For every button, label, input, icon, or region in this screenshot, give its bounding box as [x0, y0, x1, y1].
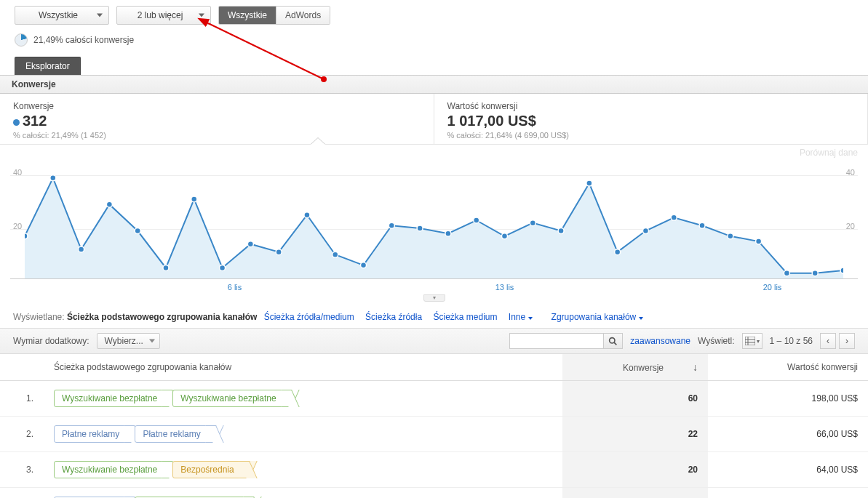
- svg-point-29: [784, 270, 789, 276]
- svg-point-17: [445, 230, 451, 236]
- x-tick: 13 lis: [495, 283, 514, 292]
- svg-point-6: [135, 228, 140, 234]
- chart-svg: [25, 162, 843, 278]
- channel-chip: Wyszukiwanie bezpłatne: [172, 390, 287, 407]
- svg-point-5: [106, 201, 112, 207]
- svg-point-32: [610, 337, 615, 342]
- search-button[interactable]: [604, 333, 623, 349]
- svg-point-25: [671, 214, 677, 220]
- table-row[interactable]: 1.Wyszukiwanie bezpłatneWyszukiwanie bez…: [0, 381, 868, 417]
- metric-title: Konwersje: [13, 101, 421, 111]
- metric-value: 1 017,00 US$: [447, 113, 855, 129]
- svg-point-18: [474, 217, 479, 223]
- metric-conversions[interactable]: Konwersje 312 % całości: 21,49% (1 452): [0, 94, 434, 144]
- svg-point-14: [361, 262, 367, 268]
- svg-point-20: [530, 220, 535, 226]
- svg-point-9: [220, 265, 226, 270]
- metric-title: Wartość konwersji: [447, 101, 855, 111]
- channel-chip: Płatne reklamy: [54, 425, 130, 443]
- row-value: 47,00 US$: [708, 488, 868, 499]
- svg-point-16: [417, 225, 423, 231]
- timeline-chart[interactable]: Porównaj dane 40 40 20 20 6 lis 13 lis 2…: [10, 148, 858, 293]
- svg-point-11: [276, 249, 282, 255]
- segment-adwords-button[interactable]: AdWords: [276, 7, 330, 24]
- metric-tab-conversions[interactable]: Konwersje: [0, 76, 868, 94]
- metric-value: 312: [23, 113, 47, 129]
- dimension-other-dropdown[interactable]: Inne: [509, 312, 533, 322]
- view-table-button[interactable]: ▾: [742, 333, 763, 349]
- percent-of-total-label: 21,49% całości konwersje: [33, 35, 134, 45]
- svg-point-12: [304, 212, 310, 218]
- svg-rect-34: [745, 337, 755, 345]
- channel-chip: Wyszukiwanie bezpłatne: [54, 461, 168, 478]
- next-page-button[interactable]: ›: [839, 333, 855, 349]
- dimension-link[interactable]: Ścieżka źródła: [365, 312, 422, 322]
- advanced-filter-link[interactable]: zaawansowane: [630, 336, 690, 346]
- svg-point-3: [50, 175, 56, 181]
- row-conversions: 20: [562, 452, 708, 488]
- row-index: 4.: [0, 488, 44, 499]
- svg-point-26: [699, 222, 705, 228]
- row-index: 2.: [0, 417, 44, 452]
- segment-toggle: Wszystkie AdWords: [218, 6, 330, 25]
- svg-point-10: [247, 241, 253, 247]
- dimension-link[interactable]: Ścieżka źródła/medium: [264, 312, 354, 322]
- table-row[interactable]: 4.Płatne reklamyWyszukiwanie bezpłatne15…: [0, 488, 868, 499]
- row-index: 3.: [0, 452, 44, 488]
- row-index: 1.: [0, 381, 44, 417]
- table-row[interactable]: 3.Wyszukiwanie bezpłatneBezpośrednia2064…: [0, 452, 868, 488]
- tab-explorer[interactable]: Eksplorator: [15, 57, 81, 75]
- row-path: Płatne reklamyWyszukiwanie bezpłatne: [44, 488, 562, 499]
- svg-point-30: [812, 270, 818, 276]
- chart-expand-handle[interactable]: ▾: [423, 294, 445, 302]
- channel-chip: Wyszukiwanie bezpłatne: [54, 390, 168, 407]
- prev-page-button[interactable]: ‹: [820, 333, 836, 349]
- secondary-dimension-dropdown[interactable]: Wybierz...: [97, 333, 160, 349]
- row-path: Wyszukiwanie bezpłatneBezpośrednia: [44, 452, 562, 488]
- row-conversions: 22: [562, 417, 708, 452]
- svg-point-15: [389, 222, 394, 228]
- path-length-dropdown[interactable]: 2 lub więcej: [116, 6, 211, 25]
- svg-point-13: [333, 252, 338, 257]
- row-value: 198,00 US$: [708, 381, 868, 417]
- search-icon: [608, 337, 618, 346]
- row-value: 66,00 US$: [708, 417, 868, 452]
- x-tick: 20 lis: [763, 283, 782, 292]
- svg-point-7: [163, 265, 169, 270]
- sort-desc-icon: ↓: [693, 361, 698, 373]
- metric-subtext: % całości: 21,49% (1 452): [13, 131, 421, 140]
- x-tick: 6 lis: [228, 283, 242, 292]
- channel-chip: Płatne reklamy: [135, 425, 211, 443]
- svg-point-8: [191, 196, 197, 202]
- table-row[interactable]: 2.Płatne reklamyPłatne reklamy2266,00 US…: [0, 417, 868, 452]
- row-path: Płatne reklamyPłatne reklamy: [44, 417, 562, 452]
- svg-point-23: [615, 249, 621, 255]
- svg-point-28: [756, 238, 762, 244]
- svg-line-33: [614, 342, 616, 345]
- svg-point-21: [558, 228, 564, 234]
- secondary-dimension-label: Wymiar dodatkowy:: [13, 336, 89, 346]
- percent-pie-icon: [15, 33, 28, 47]
- row-path: Wyszukiwanie bezpłatneWyszukiwanie bezpł…: [44, 381, 562, 417]
- row-conversions: 60: [562, 381, 708, 417]
- compare-data-link[interactable]: Porównaj dane: [800, 148, 858, 158]
- dimension-link[interactable]: Ścieżka medium: [433, 312, 497, 322]
- metric-conversion-value[interactable]: Wartość konwersji 1 017,00 US$ % całości…: [434, 94, 869, 144]
- svg-point-19: [501, 233, 507, 239]
- row-conversions: 15: [562, 488, 708, 499]
- channel-grouping-dropdown[interactable]: Zgrupowania kanałów: [552, 312, 644, 322]
- svg-point-31: [840, 268, 843, 273]
- grid-icon: [745, 337, 755, 345]
- segment-all-button[interactable]: Wszystkie: [219, 7, 276, 24]
- view-label: Wyświetl:: [698, 336, 735, 346]
- primary-dimension-active[interactable]: Ścieżka podstawowego zgrupowania kanałów: [67, 312, 257, 322]
- displayed-label: Wyświetlane:: [13, 312, 65, 322]
- conversion-type-dropdown[interactable]: Wszystkie: [15, 6, 109, 25]
- metric-dot-icon: [13, 119, 20, 126]
- col-header-path[interactable]: Ścieżka podstawowego zgrupowania kanałów: [44, 354, 562, 381]
- col-header-value[interactable]: Wartość konwersji: [708, 354, 868, 381]
- svg-point-22: [586, 180, 592, 186]
- table-search-input[interactable]: [509, 333, 604, 349]
- row-value: 64,00 US$: [708, 452, 868, 488]
- col-header-conversions[interactable]: Konwersje↓: [562, 354, 708, 381]
